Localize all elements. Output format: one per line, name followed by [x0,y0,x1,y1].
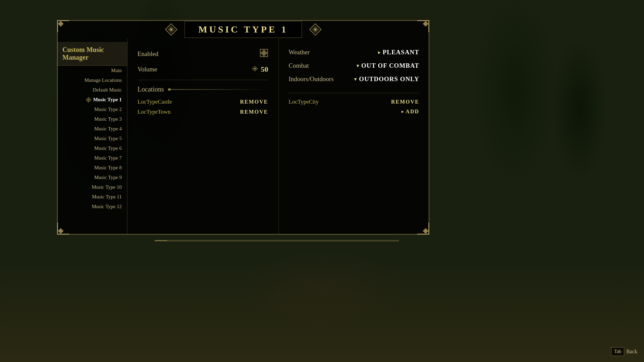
location-row-town: LocTypeTown REMOVE [138,109,268,115]
divider-1 [138,80,268,80]
weather-row: Weather ▸ PLEASANT [289,49,420,56]
sidebar-item-music-type-2[interactable]: Music Type 2 [57,105,127,114]
active-indicator-icon [86,97,91,103]
sidebar-item-music-type-4[interactable]: Music Type 4 [57,124,127,134]
content-area: Custom Music Manager Main Manage Locatio… [57,39,429,235]
sidebar-item-music-type-8[interactable]: Music Type 8 [57,163,127,173]
location-name-castle: LocTypeCastle [138,99,172,105]
locations-label: Locations [138,85,164,93]
tab-key: Tab [611,347,624,356]
corner-tl [57,20,69,32]
sidebar-item-music-type-9[interactable]: Music Type 9 [57,173,127,182]
enabled-label: Enabled [138,50,158,58]
location-row-city: LocTypeCity REMOVE [289,99,420,105]
remove-castle-button[interactable]: REMOVE [240,99,268,105]
weather-label: Weather [289,49,310,56]
volume-number[interactable]: 50 [261,65,268,74]
sidebar-item-music-type-6[interactable]: Music Type 6 [57,143,127,153]
combat-bullet: ▾ [357,63,359,69]
combat-row: Combat ▾ OUT OF COMBAT [289,62,420,69]
weather-value-text[interactable]: PLEASANT [383,49,419,56]
indoors-bullet: ▾ [354,76,357,82]
volume-row: Volume 50 [138,65,268,74]
sidebar-item-music-type-10[interactable]: Music Type 10 [57,182,127,192]
location-name-city: LocTypeCity [289,99,319,105]
enabled-value [260,49,268,59]
location-name-town: LocTypeTown [138,109,171,115]
indoors-value: ▾ OUTDOORS ONLY [354,75,419,83]
right-title-ornament [309,23,322,36]
sidebar-item-music-type-12[interactable]: Music Type 12 [57,202,127,212]
scroll-track[interactable] [155,240,399,241]
svg-marker-7 [87,99,90,101]
volume-value-container: 50 [252,65,268,74]
volume-label: Volume [138,66,157,73]
sidebar-item-music-type-1[interactable]: Music Type 1 [57,95,127,105]
corner-tr [417,20,429,32]
svg-point-2 [170,28,172,31]
weather-value: ▸ PLEASANT [378,49,419,56]
sidebar-item-music-type-3[interactable]: Music Type 3 [57,114,127,124]
enabled-row: Enabled [138,49,268,59]
svg-point-13 [254,68,256,69]
sidebar: Custom Music Manager Main Manage Locatio… [57,39,127,235]
sidebar-item-music-type-11[interactable]: Music Type 11 [57,192,127,202]
left-panel: Enabled Volume [127,39,279,235]
bottom-scrollbar[interactable] [124,236,429,245]
indoors-label: Indoors/Outdoors [289,75,334,83]
back-label: Back [626,349,637,355]
right-panel: Weather ▸ PLEASANT Combat ▾ OUT OF COMBA… [279,39,430,235]
combat-value: ▾ OUT OF COMBAT [357,62,419,69]
combat-label: Combat [289,62,309,69]
locations-header: Locations [138,85,268,93]
locations-line [168,89,268,90]
remove-city-button[interactable]: REMOVE [391,99,419,105]
divider-right [289,93,420,93]
sidebar-item-music-type-5[interactable]: Music Type 5 [57,134,127,143]
key-hints: Tab Back [611,347,637,356]
main-panel: Enabled Volume [127,39,429,235]
weather-bullet: ▸ [378,50,381,55]
sidebar-item-manage-locations[interactable]: Manage Locations [57,75,127,85]
combat-value-text[interactable]: OUT OF COMBAT [361,62,419,69]
dialog-title: MUSIC TYPE 1 [198,24,288,35]
enabled-checkbox-icon[interactable] [260,49,268,59]
title-background: MUSIC TYPE 1 [184,21,302,38]
add-location-button[interactable]: ▸ ADD [401,109,419,115]
app-title: Custom Music Manager [57,42,127,66]
sidebar-item-main[interactable]: Main [57,66,127,75]
volume-icon [252,65,258,74]
indoors-value-text[interactable]: OUTDOORS ONLY [359,75,419,83]
sidebar-item-music-type-7[interactable]: Music Type 7 [57,153,127,163]
left-title-ornament [164,23,178,36]
title-bar: MUSIC TYPE 1 [164,19,322,40]
add-location-row: ▸ ADD [289,109,420,115]
scroll-thumb[interactable] [155,240,167,241]
add-bullet: ▸ [401,109,404,114]
location-row-castle: LocTypeCastle REMOVE [138,99,268,105]
main-dialog: MUSIC TYPE 1 Custom Music Manager Main M… [57,20,429,235]
svg-point-5 [314,28,317,31]
indoors-row: Indoors/Outdoors ▾ OUTDOORS ONLY [289,75,420,83]
sidebar-item-default-music[interactable]: Default Music [57,85,127,95]
remove-town-button[interactable]: REMOVE [240,109,268,115]
